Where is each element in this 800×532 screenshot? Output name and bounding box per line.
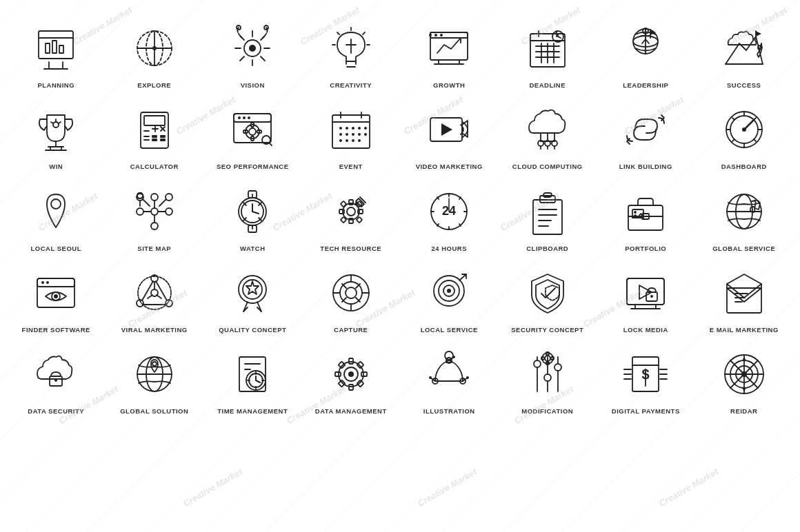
- viral-label: VIRAL MARKETING: [121, 326, 188, 334]
- security-concept-icon: [520, 265, 575, 320]
- svg-rect-76: [144, 116, 165, 125]
- svg-point-109: [364, 127, 367, 130]
- svg-point-110: [339, 133, 342, 136]
- icon-cell-seo: SEO PERFORMANCE: [203, 95, 302, 176]
- svg-rect-279: [361, 372, 367, 376]
- svg-marker-121: [441, 123, 452, 136]
- icon-cell-quality: QUALITY CONCEPT: [203, 258, 302, 340]
- icon-cell-win: WIN: [7, 95, 106, 176]
- svg-point-205: [634, 211, 637, 214]
- creativity-label: CREATIVITY: [330, 81, 372, 90]
- svg-point-12: [152, 46, 157, 50]
- icon-cell-24hours: 24 24 HOURS: [400, 177, 499, 258]
- svg-line-100: [269, 143, 272, 145]
- deadline-icon: [520, 21, 575, 76]
- icon-cell-security: SECURITY CONCEPT: [499, 258, 597, 340]
- svg-rect-283: [357, 380, 363, 387]
- svg-point-37: [429, 34, 432, 37]
- svg-rect-312: [541, 357, 544, 360]
- icon-grid: PLANNING EXPLORE: [0, 0, 800, 436]
- svg-point-38: [434, 34, 437, 37]
- svg-point-91: [243, 116, 246, 119]
- svg-rect-35: [430, 32, 468, 60]
- link-label: LINK BUILDING: [619, 163, 672, 171]
- leadership-icon: [618, 21, 673, 76]
- quality-label: QUALITY CONCEPT: [219, 326, 286, 334]
- data-mgmt-label: DATA MANAGEMENT: [315, 407, 387, 416]
- illustration-icon: [421, 347, 477, 402]
- svg-rect-174: [349, 200, 353, 205]
- data-management-icon: [323, 347, 379, 402]
- svg-point-145: [151, 208, 158, 215]
- event-icon: [323, 102, 379, 157]
- icon-cell-planning: PLANNING: [7, 14, 106, 95]
- leadership-label: LEADERSHIP: [623, 81, 668, 90]
- modification-label: MODIFICATION: [521, 407, 573, 416]
- icon-cell-calculator: CALCULATOR: [106, 95, 204, 176]
- svg-point-118: [358, 139, 361, 142]
- creativity-icon: [323, 21, 379, 76]
- svg-line-224: [148, 295, 152, 298]
- dashboard-label: DASHBOARD: [721, 163, 767, 171]
- svg-point-262: [152, 362, 157, 366]
- svg-line-22: [240, 57, 244, 61]
- capture-icon: [323, 265, 379, 320]
- svg-rect-84: [152, 136, 157, 137]
- svg-point-114: [364, 133, 367, 136]
- calculator-label: CALCULATOR: [130, 163, 179, 171]
- svg-marker-333: [742, 387, 746, 392]
- digital-payments-icon: $: [618, 347, 673, 402]
- icon-cell-viral: VIRAL MARKETING: [106, 258, 204, 340]
- email-label: E MAIL MARKETING: [710, 326, 779, 334]
- svg-point-212: [46, 281, 49, 284]
- event-label: EVENT: [339, 163, 363, 171]
- global-solution-label: GLOBAL SOLUTION: [120, 407, 188, 416]
- svg-line-31: [363, 32, 365, 34]
- site-map-label: SITE MAP: [137, 245, 171, 253]
- reidar-label: REIDAR: [730, 407, 757, 416]
- svg-line-225: [157, 295, 161, 298]
- svg-point-299: [534, 360, 541, 367]
- local-service-label: LOCAL SERVICE: [421, 326, 478, 334]
- svg-rect-310: [546, 352, 549, 355]
- illustration-label: ILLUSTRATION: [423, 407, 475, 416]
- svg-point-149: [151, 223, 158, 229]
- svg-marker-332: [742, 356, 746, 361]
- svg-point-105: [339, 127, 342, 130]
- watch-label: WATCH: [240, 245, 266, 253]
- svg-rect-276: [349, 358, 353, 364]
- explore-label: EXPLORE: [137, 81, 171, 90]
- icon-cell-finder: FINDER SOFTWARE: [7, 258, 106, 340]
- svg-point-239: [346, 287, 357, 298]
- icon-cell-global-service: GLOBAL SERVICE: [695, 177, 794, 258]
- svg-point-298: [429, 376, 432, 379]
- svg-rect-85: [152, 139, 157, 141]
- icon-cell-capture: CAPTURE: [302, 258, 401, 340]
- svg-marker-228: [246, 281, 259, 294]
- icon-cell-payments: $ DIGITAL PAYMENTS: [597, 340, 695, 421]
- icon-cell-time: TIME MANAGEMENT: [203, 340, 302, 421]
- icon-cell-link: LINK BUILDING: [597, 95, 695, 176]
- time-label: TIME MANAGEMENT: [217, 407, 288, 416]
- icon-cell-modification: MODIFICATION: [499, 340, 597, 421]
- icon-cell-video: VIDEO MARKETING: [400, 95, 499, 176]
- icon-cell-leadership: LEADERSHIP: [597, 14, 695, 95]
- svg-rect-101: [332, 115, 370, 148]
- global-service-label: GLOBAL SERVICE: [712, 245, 775, 253]
- icon-cell-deadline: DEADLINE: [499, 14, 597, 95]
- svg-rect-246: [627, 278, 664, 305]
- svg-rect-177: [358, 209, 363, 214]
- security-label: SECURITY CONCEPT: [511, 326, 583, 334]
- svg-point-143: [742, 127, 746, 132]
- planning-label: PLANNING: [37, 81, 74, 90]
- data-security-icon: [28, 347, 83, 402]
- svg-line-55: [558, 37, 561, 38]
- lock-media-label: LOCK MEDIA: [623, 326, 668, 334]
- success-label: SUCCESS: [727, 81, 761, 90]
- svg-point-90: [238, 116, 241, 119]
- icon-cell-portfolio: PORTFOLIO: [597, 177, 695, 258]
- svg-point-258: [54, 379, 57, 382]
- svg-point-144: [51, 199, 61, 209]
- svg-point-214: [54, 294, 58, 298]
- win-icon: [28, 102, 83, 157]
